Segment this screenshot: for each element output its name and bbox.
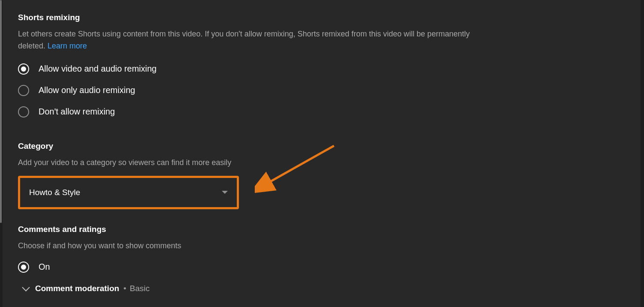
radio-label: Allow only audio remixing (39, 85, 135, 95)
shorts-remixing-radio-group: Allow video and audio remixing Allow onl… (18, 63, 625, 117)
comment-moderation-label: Comment moderation (35, 284, 119, 293)
category-section: Category Add your video to a category so… (18, 141, 625, 209)
comments-section: Comments and ratings Choose if and how y… (18, 225, 625, 293)
category-selected-value: Howto & Style (29, 188, 80, 197)
caret-down-icon (222, 191, 228, 194)
comment-moderation-value: Basic (130, 284, 149, 293)
category-desc: Add your video to a category so viewers … (18, 157, 489, 169)
radio-allow-video-audio[interactable]: Allow video and audio remixing (18, 63, 625, 75)
radio-icon (18, 63, 29, 75)
chevron-down-icon (22, 286, 29, 291)
radio-allow-audio-only[interactable]: Allow only audio remixing (18, 85, 625, 96)
radio-label: On (39, 262, 50, 272)
settings-panel: Shorts remixing Let others create Shorts… (3, 0, 641, 307)
comments-desc: Choose if and how you want to show comme… (18, 240, 489, 252)
radio-comments-on[interactable]: On (18, 262, 625, 273)
learn-more-link[interactable]: Learn more (48, 42, 87, 50)
radio-icon (18, 106, 29, 117)
radio-dont-allow[interactable]: Don't allow remixing (18, 106, 625, 117)
radio-icon (18, 262, 29, 273)
comment-moderation-toggle[interactable]: Comment moderation • Basic (22, 284, 625, 293)
separator-dot: • (123, 284, 126, 293)
category-title: Category (18, 141, 625, 151)
radio-icon (18, 85, 29, 96)
shorts-remixing-desc: Let others create Shorts using content f… (18, 28, 489, 52)
shorts-remixing-section: Shorts remixing Let others create Shorts… (18, 13, 625, 117)
radio-label: Allow video and audio remixing (39, 64, 157, 74)
category-dropdown-highlight: Howto & Style (18, 176, 239, 209)
scrollbar-thumb[interactable] (0, 0, 2, 223)
radio-label: Don't allow remixing (39, 107, 115, 117)
comments-title: Comments and ratings (18, 225, 625, 234)
category-dropdown[interactable]: Howto & Style (21, 179, 236, 206)
shorts-remixing-title: Shorts remixing (18, 13, 625, 22)
